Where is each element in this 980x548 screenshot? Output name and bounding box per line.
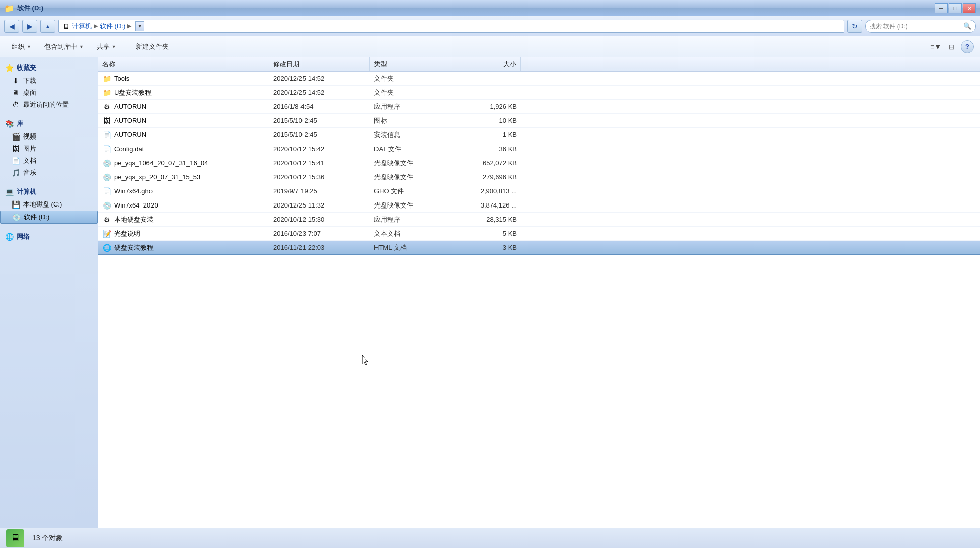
sidebar-network-header[interactable]: 🌐 网络 — [0, 230, 98, 243]
file-type-cell: 文件夹 — [370, 72, 450, 85]
sidebar-item-images[interactable]: 🖼 图片 — [0, 143, 98, 155]
column-header-date[interactable]: 修改日期 — [269, 57, 370, 71]
address-bar: ◀ ▶ ▲ 🖥 计算机 ▶ 软件 (D:) ▶ ▼ ↻ 🔍 — [0, 16, 980, 36]
table-row[interactable]: 📝 光盘说明 2016/10/23 7:07 文本文档 5 KB — [98, 227, 980, 241]
file-date-cell: 2020/10/12 15:41 — [269, 156, 370, 170]
file-size-cell: 5 KB — [450, 227, 521, 240]
breadcrumb-drive[interactable]: 软件 (D:) — [100, 22, 125, 31]
file-date-cell: 2020/12/25 11:32 — [269, 198, 370, 212]
column-header-name[interactable]: 名称 — [98, 57, 269, 71]
organize-dropdown-arrow: ▼ — [27, 44, 31, 49]
back-button[interactable]: ◀ — [4, 20, 19, 33]
sidebar-divider-3 — [5, 227, 93, 227]
file-date-cell: 2016/1/8 4:54 — [269, 100, 370, 113]
library-icon: 📚 — [5, 120, 14, 128]
breadcrumb-computer[interactable]: 计算机 — [72, 22, 92, 31]
table-row[interactable]: 🖼 AUTORUN 2015/5/10 2:45 图标 10 KB — [98, 114, 980, 128]
file-date-cell: 2020/12/25 14:52 — [269, 72, 370, 85]
new-folder-button[interactable]: 新建文件夹 — [130, 39, 174, 54]
minimize-button[interactable]: ─ — [935, 3, 948, 13]
sidebar-item-recent[interactable]: ⏱ 最近访问的位置 — [0, 99, 98, 111]
refresh-button[interactable]: ↻ — [847, 20, 862, 33]
include-library-button[interactable]: 包含到库中 ▼ — [39, 39, 89, 54]
sidebar-item-drive-c[interactable]: 💾 本地磁盘 (C:) — [0, 198, 98, 211]
sidebar-item-drive-d[interactable]: 💿 软件 (D:) — [0, 211, 98, 224]
desktop-icon: 🖥 — [11, 88, 20, 97]
forward-button[interactable]: ▶ — [22, 20, 37, 33]
breadcrumb-dropdown[interactable]: ▼ — [135, 21, 144, 31]
close-button[interactable]: ✕ — [963, 3, 976, 13]
network-icon: 🌐 — [5, 233, 14, 241]
column-header-size[interactable]: 大小 — [450, 57, 521, 71]
view-options-button[interactable]: ≡▼ — [929, 40, 943, 53]
file-size-cell: 10 KB — [450, 114, 521, 127]
table-row[interactable]: 💿 pe_yqs_1064_20_07_31_16_04 2020/10/12 … — [98, 156, 980, 170]
toolbar: 组织 ▼ 包含到库中 ▼ 共享 ▼ 新建文件夹 ≡▼ ⊟ ? — [0, 36, 980, 57]
file-type-cell: DAT 文件 — [370, 142, 450, 156]
maximize-button[interactable]: □ — [949, 3, 962, 13]
file-icon: 💿 — [102, 201, 111, 210]
file-name-cell: ⚙ AUTORUN — [98, 100, 269, 113]
sidebar-item-docs[interactable]: 📄 文档 — [0, 155, 98, 167]
file-icon: 📄 — [102, 130, 111, 140]
library-label: 库 — [17, 119, 23, 128]
table-row[interactable]: 📁 Tools 2020/12/25 14:52 文件夹 — [98, 72, 980, 86]
sidebar-item-music[interactable]: 🎵 音乐 — [0, 167, 98, 179]
downloads-label: 下载 — [23, 76, 36, 85]
music-icon: 🎵 — [11, 168, 20, 177]
sidebar-section-computer: 💻 计算机 💾 本地磁盘 (C:) 💿 软件 (D:) — [0, 185, 98, 224]
title-bar: 📁 软件 (D:) ─ □ ✕ — [0, 0, 980, 16]
table-row[interactable]: 📄 AUTORUN 2015/5/10 2:45 安装信息 1 KB — [98, 128, 980, 142]
table-row[interactable]: 📁 U盘安装教程 2020/12/25 14:52 文件夹 — [98, 86, 980, 100]
table-row[interactable]: ⚙ 本地硬盘安装 2020/10/12 15:30 应用程序 28,315 KB — [98, 213, 980, 227]
table-row[interactable]: ⚙ AUTORUN 2016/1/8 4:54 应用程序 1,926 KB — [98, 100, 980, 114]
table-row[interactable]: 💿 pe_yqs_xp_20_07_31_15_53 2020/10/12 15… — [98, 170, 980, 184]
file-type-cell: HTML 文档 — [370, 241, 450, 254]
docs-icon: 📄 — [11, 156, 20, 165]
file-name: AUTORUN — [114, 117, 146, 124]
file-size-cell: 1,926 KB — [450, 100, 521, 113]
music-label: 音乐 — [23, 168, 36, 177]
file-name: Config.dat — [114, 145, 144, 153]
file-type-cell: GHO 文件 — [370, 184, 450, 198]
breadcrumb-sep-2: ▶ — [127, 23, 131, 29]
file-type-cell: 光盘映像文件 — [370, 156, 450, 170]
table-row[interactable]: 🌐 硬盘安装教程 2016/11/21 22:03 HTML 文档 3 KB — [98, 241, 980, 255]
file-name-cell: 💿 pe_yqs_1064_20_07_31_16_04 — [98, 156, 269, 170]
sidebar-section-favorites: ⭐ 收藏夹 ⬇ 下载 🖥 桌面 ⏱ 最近访问的位置 — [0, 61, 98, 111]
drive-d-icon: 💿 — [12, 213, 21, 222]
sidebar-favorites-header[interactable]: ⭐ 收藏夹 — [0, 61, 98, 75]
search-input[interactable] — [870, 23, 963, 30]
computer-icon: 💻 — [5, 188, 14, 196]
share-button[interactable]: 共享 ▼ — [91, 39, 122, 54]
file-type-cell: 应用程序 — [370, 213, 450, 226]
file-name: Tools — [114, 75, 129, 82]
organize-button[interactable]: 组织 ▼ — [6, 39, 37, 54]
downloads-icon: ⬇ — [11, 76, 20, 85]
file-date-cell: 2019/9/7 19:25 — [269, 184, 370, 198]
file-name: 硬盘安装教程 — [114, 243, 154, 252]
file-name: pe_yqs_1064_20_07_31_16_04 — [114, 159, 208, 167]
file-name-cell: 🌐 硬盘安装教程 — [98, 241, 269, 254]
file-name-cell: ⚙ 本地硬盘安装 — [98, 213, 269, 226]
sidebar-item-desktop[interactable]: 🖥 桌面 — [0, 87, 98, 99]
table-row[interactable]: 💿 Win7x64_2020 2020/12/25 11:32 光盘映像文件 3… — [98, 198, 980, 213]
up-button[interactable]: ▲ — [40, 20, 55, 33]
help-button[interactable]: ? — [961, 40, 974, 53]
table-row[interactable]: 📄 Config.dat 2020/10/12 15:42 DAT 文件 36 … — [98, 142, 980, 156]
search-icon[interactable]: 🔍 — [963, 22, 971, 30]
file-icon: ⚙ — [102, 215, 111, 224]
desktop-label: 桌面 — [23, 88, 36, 97]
column-header-type[interactable]: 类型 — [370, 57, 450, 71]
preview-pane-button[interactable]: ⊟ — [945, 40, 959, 53]
sidebar-library-header[interactable]: 📚 库 — [0, 117, 98, 130]
share-dropdown-arrow: ▼ — [112, 44, 116, 49]
file-name-cell: 💿 Win7x64_2020 — [98, 198, 269, 212]
sidebar-item-videos[interactable]: 🎬 视频 — [0, 130, 98, 143]
sidebar-computer-header[interactable]: 💻 计算机 — [0, 185, 98, 198]
sidebar-section-network: 🌐 网络 — [0, 230, 98, 243]
table-row[interactable]: 📄 Win7x64.gho 2019/9/7 19:25 GHO 文件 2,90… — [98, 184, 980, 198]
file-date-cell: 2020/10/12 15:36 — [269, 170, 370, 184]
sidebar-item-downloads[interactable]: ⬇ 下载 — [0, 75, 98, 87]
status-text: 13 个对象 — [32, 534, 63, 543]
